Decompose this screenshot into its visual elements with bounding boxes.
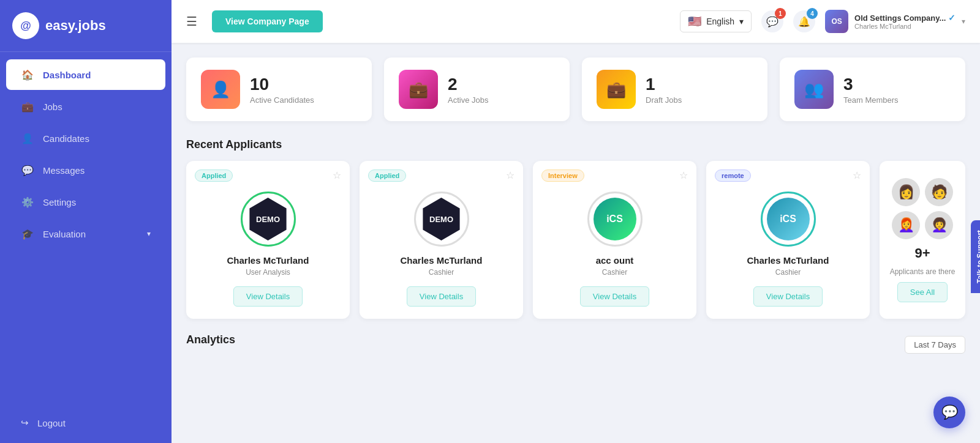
stat-card-active-jobs: 💼 2 Active Jobs: [384, 58, 570, 121]
messages-button[interactable]: 💬 1: [761, 10, 783, 32]
talk-to-support-button[interactable]: Talk to Support: [971, 220, 980, 293]
chat-fab-button[interactable]: 💬: [933, 396, 965, 428]
stat-label-jobs: Active Jobs: [448, 95, 488, 105]
applicant-card-3: Interview ☆ iCS acc ount Cashier View De…: [533, 161, 696, 319]
messages-badge: 1: [775, 8, 786, 19]
content-area: 👤 10 Active Candidates 💼 2 Active Jobs 💼…: [172, 43, 980, 443]
view-details-button-1[interactable]: View Details: [233, 286, 303, 307]
recent-applicants-title: Recent Applicants: [186, 138, 965, 151]
logout-button[interactable]: ↪ Logout: [6, 409, 165, 437]
stat-label-candidates: Active Candidates: [250, 95, 314, 105]
flag-icon: 🇺🇸: [688, 15, 701, 28]
applicant-name-1: Charles McTurland: [227, 255, 309, 266]
brand-logo[interactable]: @ easy.jobs: [0, 0, 172, 52]
sidebar-item-candidates[interactable]: 👤 Candidates: [6, 123, 165, 154]
chevron-down-icon: ▾: [147, 229, 151, 238]
company-name: Old Settings Company... ✓: [854, 13, 956, 23]
mini-avatar-1: 👩: [892, 178, 920, 206]
company-profile[interactable]: OS Old Settings Company... ✓ Charles McT…: [825, 10, 965, 33]
badge-applied-2: Applied: [368, 169, 406, 182]
stat-icon-team: 👥: [794, 70, 834, 109]
menu-icon[interactable]: ☰: [186, 14, 197, 29]
star-icon-2[interactable]: ☆: [506, 169, 514, 181]
company-user: Charles McTurland: [854, 23, 956, 30]
stat-label-draft: Draft Jobs: [646, 95, 682, 105]
view-company-button[interactable]: View Company Page: [212, 10, 323, 32]
sidebar-item-label: Candidates: [43, 133, 89, 144]
applicants-there-label: Applicants are there: [890, 267, 956, 276]
app-name: easy.jobs: [45, 18, 106, 34]
demo-logo-1: DEMO: [247, 198, 290, 240]
period-selector-button[interactable]: Last 7 Days: [905, 336, 965, 354]
verified-icon: ✓: [948, 13, 956, 23]
stat-card-team-members: 👥 3 Team Members: [780, 58, 965, 121]
stat-label-team: Team Members: [843, 95, 899, 105]
avatar-ring-3: iCS: [587, 192, 643, 247]
badge-interview-3: Interview: [541, 169, 584, 182]
logout-label: Logout: [37, 418, 66, 428]
sidebar-item-dashboard[interactable]: 🏠 Dashboard: [6, 59, 165, 90]
view-details-button-4[interactable]: View Details: [753, 286, 823, 307]
analytics-title: Analytics: [186, 333, 235, 346]
applicant-card-2: Applied ☆ DEMO Charles McTurland Cashier…: [360, 161, 523, 319]
stat-card-active-candidates: 👤 10 Active Candidates: [186, 58, 372, 121]
star-icon-3[interactable]: ☆: [679, 169, 688, 181]
applicants-row: Applied ☆ DEMO Charles McTurland User An…: [186, 161, 965, 319]
sidebar-item-messages[interactable]: 💬 Messages: [6, 155, 165, 185]
stats-row: 👤 10 Active Candidates 💼 2 Active Jobs 💼…: [186, 58, 965, 121]
sidebar-item-label: Settings: [43, 197, 76, 207]
badge-applied-1: Applied: [195, 169, 233, 182]
sidebar: @ easy.jobs 🏠 Dashboard 💼 Jobs 👤 Candida…: [0, 0, 172, 443]
star-icon-1[interactable]: ☆: [333, 169, 341, 181]
star-icon-4[interactable]: ☆: [853, 169, 861, 181]
avatar-ring-2: DEMO: [414, 192, 469, 247]
messages-icon: 💬: [21, 163, 34, 177]
logo-icon: @: [12, 12, 39, 39]
view-details-button-3[interactable]: View Details: [580, 286, 649, 307]
notifications-button[interactable]: 🔔 4: [793, 10, 815, 32]
company-avatar: OS: [825, 10, 848, 33]
mini-avatar-3: 👩‍🦰: [892, 211, 920, 239]
view-details-button-2[interactable]: View Details: [407, 286, 476, 307]
mini-avatar-4: 👩‍🦱: [925, 211, 953, 239]
see-all-button[interactable]: See All: [897, 282, 948, 302]
stat-icon-jobs: 💼: [399, 70, 438, 109]
applicant-name-4: Charles McTurland: [747, 255, 829, 266]
applicant-role-3: Cashier: [602, 268, 627, 277]
avatar-ring-1: DEMO: [241, 192, 296, 247]
more-count: 9+: [914, 245, 930, 261]
stat-icon-draft: 💼: [597, 70, 636, 109]
main-area: ☰ View Company Page 🇺🇸 English ▾ 💬 1 🔔 4…: [172, 0, 980, 443]
sidebar-item-jobs[interactable]: 💼 Jobs: [6, 91, 165, 122]
logout-icon: ↪: [21, 417, 29, 428]
applicant-card-1: Applied ☆ DEMO Charles McTurland User An…: [186, 161, 350, 319]
sidebar-item-label: Jobs: [43, 102, 62, 112]
stat-count-draft: 1: [646, 75, 682, 94]
applicant-role-4: Cashier: [775, 268, 801, 277]
settings-icon: ⚙️: [21, 195, 34, 209]
applicant-card-4: remote ☆ iCS Charles McTurland Cashier V…: [706, 161, 870, 319]
language-selector[interactable]: 🇺🇸 English ▾: [680, 10, 752, 32]
analytics-section: Analytics Last 7 Days: [186, 333, 965, 356]
applicant-name-2: Charles McTurland: [401, 255, 483, 266]
ics-logo-3: iCS: [594, 198, 636, 240]
recent-applicants-section: Recent Applicants Applied ☆ DEMO Charles…: [186, 138, 965, 319]
mini-avatar-2: 🧑: [925, 178, 953, 206]
header: ☰ View Company Page 🇺🇸 English ▾ 💬 1 🔔 4…: [172, 0, 980, 43]
evaluation-icon: 🎓: [21, 227, 34, 240]
stat-count-jobs: 2: [448, 75, 488, 94]
lang-chevron-icon: ▾: [739, 17, 744, 26]
sidebar-item-label: Messages: [43, 165, 85, 176]
avatar-ring-4: iCS: [761, 192, 816, 247]
applicant-name-3: acc ount: [596, 255, 634, 266]
profile-chevron-icon: ▾: [962, 17, 965, 26]
sidebar-item-label: Dashboard: [43, 70, 91, 80]
stat-icon-candidates: 👤: [201, 70, 240, 109]
sidebar-item-label: Evaluation: [43, 229, 86, 239]
sidebar-item-evaluation[interactable]: 🎓 Evaluation ▾: [6, 218, 165, 249]
sidebar-item-settings[interactable]: ⚙️ Settings: [6, 187, 165, 217]
badge-remote-4: remote: [715, 169, 751, 182]
candidates-icon: 👤: [21, 132, 34, 145]
avatar-grid: 👩 🧑 👩‍🦰 👩‍🦱: [892, 178, 953, 239]
demo-logo-2: DEMO: [420, 198, 463, 240]
